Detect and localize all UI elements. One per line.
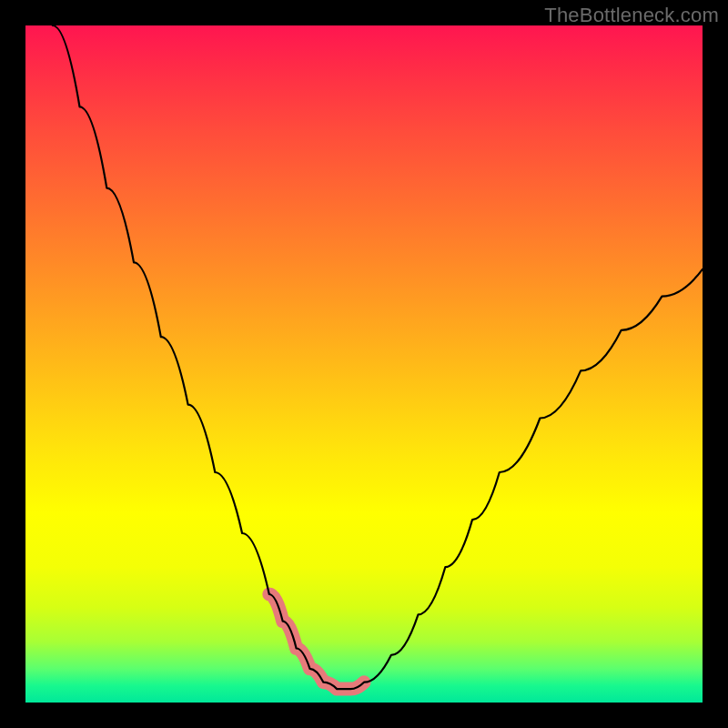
chart-svg <box>25 25 703 703</box>
watermark-text: TheBottleneck.com <box>544 4 719 27</box>
chart-frame: TheBottleneck.com <box>0 0 728 728</box>
plot-area <box>25 25 703 703</box>
bottleneck-curve <box>53 25 703 689</box>
highlight-segment <box>269 594 364 689</box>
